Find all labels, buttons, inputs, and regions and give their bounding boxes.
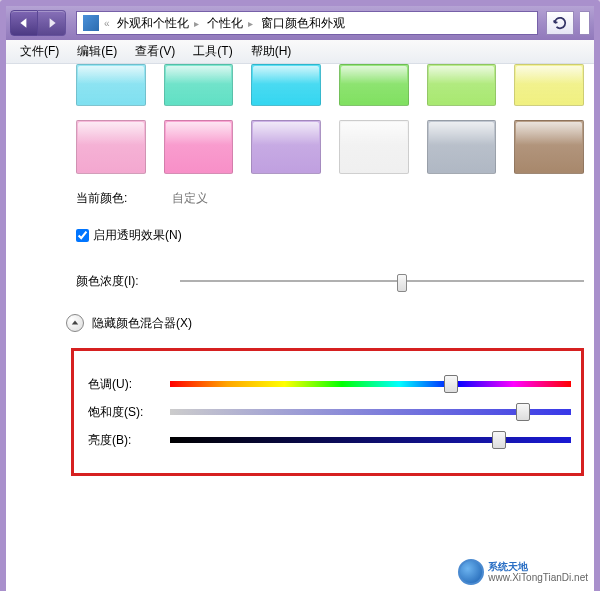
breadcrumb[interactable]: « 外观和个性化 ▸ 个性化 ▸ 窗口颜色和外观 — [76, 11, 538, 35]
color-swatch[interactable] — [251, 120, 321, 174]
breadcrumb-item[interactable]: 外观和个性化 — [113, 13, 193, 34]
mixer-toggle-label: 隐藏颜色混合器(X) — [92, 315, 192, 332]
slider-track — [170, 381, 571, 387]
brightness-slider[interactable] — [170, 431, 571, 449]
color-swatch[interactable] — [76, 120, 146, 174]
nav-back-button[interactable] — [10, 10, 38, 36]
watermark-url: www.XiTongTianDi.net — [488, 572, 588, 583]
color-swatch-row — [76, 120, 584, 174]
content-area: 当前颜色: 自定义 启用透明效果(N) 颜色浓度(I): 隐藏颜色混合器(X) … — [6, 64, 594, 591]
refresh-icon — [553, 16, 567, 30]
refresh-button[interactable] — [546, 11, 574, 35]
slider-thumb[interactable] — [397, 274, 407, 292]
chevron-up-icon — [71, 319, 79, 327]
watermark-icon — [458, 559, 484, 585]
transparency-label: 启用透明效果(N) — [93, 227, 182, 244]
slider-thumb[interactable] — [492, 431, 506, 449]
menubar: 文件(F) 编辑(E) 查看(V) 工具(T) 帮助(H) — [6, 40, 594, 64]
transparency-checkbox[interactable] — [76, 229, 89, 242]
saturation-label: 饱和度(S): — [88, 404, 158, 421]
color-swatch[interactable] — [427, 64, 497, 106]
color-swatch[interactable] — [339, 120, 409, 174]
color-swatch[interactable] — [164, 120, 234, 174]
color-swatch[interactable] — [427, 120, 497, 174]
color-swatch[interactable] — [339, 64, 409, 106]
slider-track — [180, 280, 584, 282]
color-swatch[interactable] — [514, 120, 584, 174]
color-mixer-panel: 色调(U): 饱和度(S): 亮度(B): — [71, 348, 584, 476]
current-color-label: 当前颜色: — [76, 190, 172, 207]
bc-sep-icon: ▸ — [248, 18, 256, 29]
bc-sep-icon: ▸ — [194, 18, 202, 29]
watermark: 系统天地 www.XiTongTianDi.net — [458, 559, 588, 585]
slider-track — [170, 409, 571, 415]
color-swatch[interactable] — [514, 64, 584, 106]
slider-thumb[interactable] — [444, 375, 458, 393]
watermark-title: 系统天地 — [488, 561, 588, 572]
current-color-row: 当前颜色: 自定义 — [76, 190, 584, 207]
bc-sep-icon: « — [104, 18, 112, 29]
color-swatch[interactable] — [251, 64, 321, 106]
slider-track — [170, 437, 571, 443]
breadcrumb-item[interactable]: 个性化 — [203, 13, 247, 34]
menu-help[interactable]: 帮助(H) — [243, 40, 300, 63]
color-swatch-row — [76, 64, 584, 106]
menu-view[interactable]: 查看(V) — [127, 40, 183, 63]
brightness-label: 亮度(B): — [88, 432, 158, 449]
hue-label: 色调(U): — [88, 376, 158, 393]
arrow-left-icon — [18, 17, 30, 29]
intensity-label: 颜色浓度(I): — [76, 273, 172, 290]
nav-forward-button[interactable] — [38, 10, 66, 36]
titlebar: « 外观和个性化 ▸ 个性化 ▸ 窗口颜色和外观 — [6, 6, 594, 40]
current-color-value: 自定义 — [172, 190, 208, 207]
control-panel-icon — [83, 15, 99, 31]
search-input[interactable] — [580, 11, 590, 35]
menu-edit[interactable]: 编辑(E) — [69, 40, 125, 63]
color-swatch[interactable] — [164, 64, 234, 106]
hue-slider[interactable] — [170, 375, 571, 393]
arrow-right-icon — [46, 17, 58, 29]
menu-tools[interactable]: 工具(T) — [185, 40, 240, 63]
menu-file[interactable]: 文件(F) — [12, 40, 67, 63]
slider-thumb[interactable] — [516, 403, 530, 421]
mixer-toggle-button[interactable] — [66, 314, 84, 332]
intensity-slider[interactable] — [180, 272, 584, 290]
saturation-slider[interactable] — [170, 403, 571, 421]
color-swatch[interactable] — [76, 64, 146, 106]
breadcrumb-item[interactable]: 窗口颜色和外观 — [257, 13, 349, 34]
